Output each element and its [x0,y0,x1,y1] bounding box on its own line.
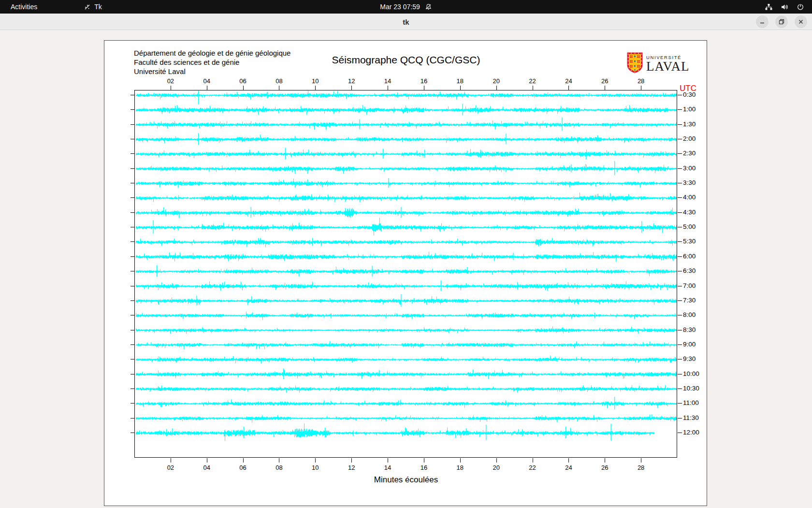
y-tick-left [130,330,134,330]
x-tick-label-top: 26 [597,77,612,85]
x-tick-label-bottom: 04 [200,464,214,471]
x-tick-label-bottom: 28 [634,464,648,471]
y-time-label: 10:00 [683,370,699,378]
system-tray-menu[interactable] [757,0,812,14]
x-tick-label-top: 12 [344,77,359,85]
x-tick-bottom [207,458,207,463]
y-tick-right [678,197,682,198]
x-tick-label-top: 10 [308,77,322,85]
x-tick-label-bottom: 24 [561,464,576,471]
y-time-label: 11:00 [683,399,699,407]
x-tick-label-top: 20 [489,77,504,85]
x-tick-bottom [315,458,316,463]
y-tick-left [130,124,134,125]
y-time-label: 1:30 [683,120,696,128]
seismograph-canvas: Département de géologie et de génie géol… [104,40,707,506]
y-tick-right [678,418,682,418]
volume-icon [781,3,789,11]
x-tick-top [533,86,533,90]
y-tick-left [130,374,134,374]
y-tick-left [130,95,134,95]
x-tick-bottom [605,458,605,463]
x-tick-label-top: 16 [417,77,431,85]
y-tick-right [678,153,682,154]
window-content: Département de géologie et de génie géol… [0,30,812,508]
y-tick-left [130,271,134,271]
y-tick-left [130,183,134,183]
tk-app-icon [84,3,91,11]
y-time-label: 10:30 [683,385,699,392]
y-tick-left [130,300,134,301]
y-tick-right [678,374,682,374]
x-tick-top [279,86,279,90]
x-tick-label-bottom: 20 [489,464,504,471]
y-tick-left [130,403,134,403]
y-tick-left [130,197,134,198]
y-tick-right [678,183,682,183]
y-tick-left [130,359,134,359]
y-tick-left [130,433,134,433]
y-tick-right [678,109,682,110]
seismogram-traces [135,90,678,458]
y-tick-right [678,388,682,389]
desktop-screen: Activities Tk Mar 23 07:59 [0,0,812,508]
y-tick-right [678,403,682,403]
x-tick-top [351,86,352,90]
y-time-label: 2:30 [683,149,696,157]
x-tick-bottom [641,458,641,463]
x-tick-bottom [460,458,461,463]
minimize-button[interactable] [756,15,768,28]
tk-app-indicator[interactable]: Tk [77,0,109,14]
y-tick-right [678,256,682,257]
y-tick-right [678,139,682,139]
x-tick-top [207,86,207,90]
y-tick-right [678,241,682,242]
y-time-label: 7:30 [683,297,696,304]
gnome-top-bar: Activities Tk Mar 23 07:59 [0,0,812,14]
close-button[interactable] [795,15,807,28]
x-tick-bottom [496,458,497,463]
x-tick-top [568,86,569,90]
x-tick-label-bottom: 08 [272,464,286,471]
x-tick-label-bottom: 26 [597,464,612,471]
x-tick-top [171,86,171,90]
y-tick-right [678,330,682,330]
x-tick-bottom [279,458,279,463]
y-tick-right [678,168,682,169]
x-tick-label-bottom: 16 [417,464,431,471]
y-time-label: 1:00 [683,105,696,113]
y-tick-left [130,344,134,345]
laval-logo-line2: LAVAL [646,60,690,73]
x-tick-bottom [388,458,388,463]
y-tick-left [130,388,134,389]
y-tick-left [130,168,134,169]
x-tick-label-top: 04 [200,77,214,85]
window-title-bar[interactable]: tk [0,14,812,30]
y-time-label: 5:30 [683,238,696,245]
maximize-button[interactable] [775,15,788,28]
x-axis-title: Minutes écoulées [104,475,708,485]
y-tick-right [678,227,682,227]
x-tick-top [496,86,497,90]
x-tick-top [315,86,316,90]
x-tick-label-bottom: 10 [308,464,322,471]
y-time-label: 4:00 [683,194,696,201]
y-tick-left [130,212,134,213]
y-time-label: 6:00 [683,253,696,260]
y-tick-right [678,124,682,125]
x-tick-bottom [568,458,569,463]
clock-menu[interactable]: Mar 23 07:59 [380,3,432,11]
y-tick-left [130,227,134,227]
x-tick-top [460,86,461,90]
y-time-label: 8:30 [683,326,696,334]
y-time-label: 3:30 [683,179,696,187]
y-tick-right [678,286,682,286]
x-tick-label-top: 18 [453,77,467,85]
activities-button[interactable]: Activities [0,0,48,14]
x-tick-label-bottom: 02 [163,464,178,471]
y-tick-left [130,418,134,418]
power-icon [797,3,804,11]
y-time-label: 11:30 [683,414,699,422]
y-time-label: 9:30 [683,355,696,363]
x-tick-bottom [533,458,533,463]
